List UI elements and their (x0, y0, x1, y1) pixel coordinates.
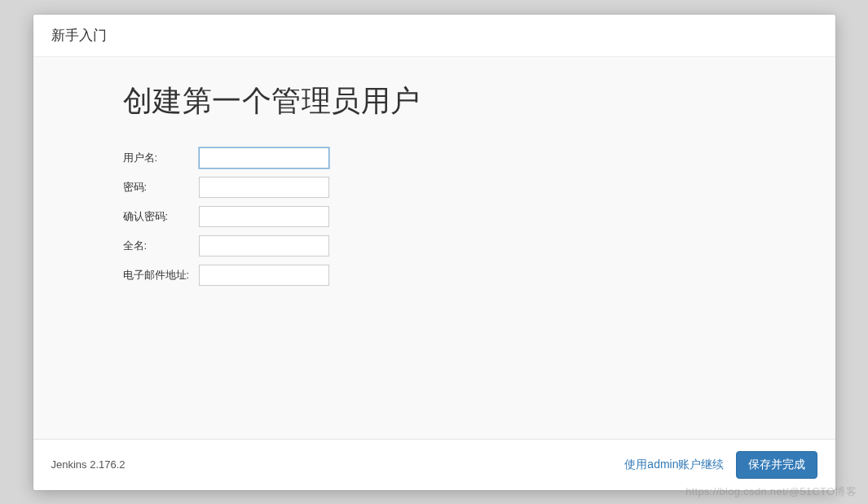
save-and-finish-button[interactable]: 保存并完成 (736, 451, 817, 479)
modal-footer: Jenkins 2.176.2 使用admin账户继续 保存并完成 (33, 439, 835, 490)
fullname-label: 全名: (123, 235, 200, 256)
field-row-fullname: 全名: (123, 235, 330, 256)
fullname-input[interactable] (199, 235, 329, 256)
modal-header: 新手入门 (33, 15, 835, 57)
setup-wizard-modal: 新手入门 创建第一个管理员用户 用户名: 密码: 确认密码: 全名: (33, 15, 835, 490)
admin-user-form: 用户名: 密码: 确认密码: 全名: 电子邮件地址: (123, 139, 330, 294)
field-row-email: 电子邮件地址: (123, 265, 330, 286)
footer-actions: 使用admin账户继续 保存并完成 (624, 451, 817, 479)
email-input[interactable] (199, 265, 329, 286)
password-input[interactable] (199, 177, 329, 198)
email-label: 电子邮件地址: (123, 265, 200, 286)
password-label: 密码: (123, 177, 200, 198)
continue-as-admin-button[interactable]: 使用admin账户继续 (624, 458, 724, 472)
version-label: Jenkins 2.176.2 (51, 458, 126, 471)
username-label: 用户名: (123, 147, 200, 169)
confirm-password-input[interactable] (199, 206, 329, 227)
field-row-username: 用户名: (123, 147, 330, 169)
confirm-password-label: 确认密码: (123, 206, 200, 227)
field-row-confirm-password: 确认密码: (123, 206, 330, 227)
page-heading: 创建第一个管理员用户 (123, 81, 835, 121)
modal-title: 新手入门 (51, 26, 817, 45)
username-input[interactable] (199, 147, 329, 169)
field-row-password: 密码: (123, 177, 330, 198)
form-container: 创建第一个管理员用户 用户名: 密码: 确认密码: 全名: (123, 81, 835, 294)
modal-body: 创建第一个管理员用户 用户名: 密码: 确认密码: 全名: (33, 57, 835, 439)
